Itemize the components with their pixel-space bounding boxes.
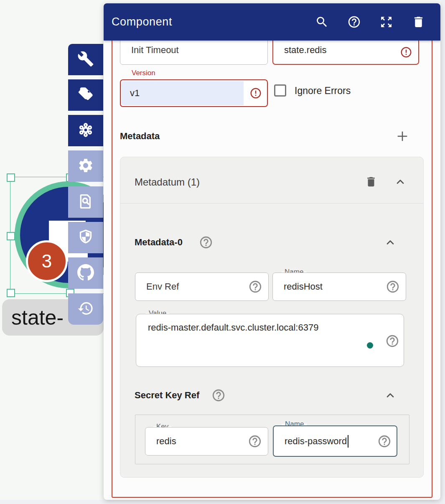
metadatum-title: Metadatum (1) <box>135 176 200 188</box>
panel-header: Component <box>104 3 440 41</box>
history-icon <box>77 300 94 318</box>
delete-metadatum-icon[interactable] <box>365 176 377 188</box>
resize-handle[interactable] <box>7 173 15 182</box>
hub-icon <box>77 122 94 140</box>
value-text: redis-master.default.svc.cluster.local:6… <box>148 321 318 334</box>
type-field[interactable]: state.redis <box>272 41 419 65</box>
component-panel: Component Init Timeout state.redis Versi… <box>104 3 440 500</box>
help-icon[interactable] <box>248 280 262 294</box>
github-icon <box>77 264 94 283</box>
plus-icon[interactable] <box>395 129 409 143</box>
value-field[interactable]: redis-master.default.svc.cluster.local:6… <box>136 314 404 367</box>
collapse-metadatum-icon[interactable] <box>394 176 406 188</box>
help-icon[interactable] <box>385 334 399 348</box>
secret-name-value: redis-password <box>285 426 348 456</box>
secret-key-ref-box: Key redis Name redis-password <box>135 415 409 464</box>
help-icon[interactable] <box>386 280 400 294</box>
doc-search-icon <box>77 193 94 211</box>
page-background <box>440 0 445 504</box>
node-error-badge[interactable]: 3 <box>26 240 68 282</box>
panel-title: Component <box>112 15 172 28</box>
ignore-errors-checkbox[interactable] <box>274 84 286 97</box>
name-value: redisHost <box>284 273 323 300</box>
badge-count: 3 <box>42 251 52 272</box>
version-value: v1 <box>130 80 140 106</box>
env-ref-placeholder: Env Ref <box>146 273 179 300</box>
fullscreen-icon[interactable] <box>379 15 393 29</box>
metadatum-card-header[interactable]: Metadatum (1) <box>120 157 423 204</box>
wrench-icon <box>77 51 94 69</box>
toolbar-item-inspect[interactable] <box>68 186 103 218</box>
metadatum-card: Metadatum (1) Metadata-0 Env Ref Name re… <box>120 157 424 478</box>
resize-grip-dot[interactable] <box>367 342 373 349</box>
metadata-heading: Metadata <box>120 130 160 143</box>
toolbar-item-history[interactable] <box>68 293 103 325</box>
error-icon <box>249 87 262 99</box>
error-icon <box>400 46 412 59</box>
shield-icon <box>77 229 94 247</box>
toolbar-item-configure[interactable] <box>68 44 103 75</box>
init-timeout-field[interactable]: Init Timeout <box>120 41 268 65</box>
type-value: state.redis <box>284 41 327 64</box>
key-field[interactable]: redis <box>145 427 268 456</box>
env-ref-field[interactable]: Env Ref <box>135 272 269 301</box>
help-icon[interactable] <box>347 15 361 29</box>
tags-icon <box>77 86 94 104</box>
metadata0-heading: Metadata-0 <box>135 237 183 248</box>
name-field[interactable]: redisHost <box>272 272 406 301</box>
help-icon[interactable] <box>377 434 392 448</box>
trash-icon[interactable] <box>412 15 425 29</box>
secret-name-field[interactable]: redis-password <box>273 425 397 457</box>
resize-handle[interactable] <box>7 289 15 297</box>
ignore-errors-label: Ignore Errors <box>295 85 351 97</box>
resize-handle[interactable] <box>7 232 15 240</box>
help-icon[interactable] <box>248 434 262 448</box>
toolbar-item-security[interactable] <box>68 222 103 253</box>
autofill-highlight <box>122 81 244 105</box>
key-value: redis <box>156 428 176 455</box>
help-icon[interactable] <box>211 388 226 402</box>
toolbar-item-github[interactable] <box>68 257 103 289</box>
page-background <box>0 500 445 504</box>
text-cursor <box>348 435 348 448</box>
collapse-secret-icon[interactable] <box>384 389 396 401</box>
init-timeout-placeholder: Init Timeout <box>131 41 179 64</box>
search-icon[interactable] <box>315 15 329 29</box>
toolbar-item-tags[interactable] <box>68 79 103 111</box>
toolbar-item-hub[interactable] <box>68 115 103 146</box>
version-field[interactable]: v1 <box>120 79 268 107</box>
gear-icon <box>77 157 94 176</box>
help-icon[interactable] <box>199 235 213 249</box>
secret-key-ref-heading: Secret Key Ref <box>135 389 199 401</box>
app-screen: 3 state- Component <box>0 0 445 504</box>
panel-content: Init Timeout state.redis Version v1 Igno… <box>104 41 440 500</box>
version-label: Version <box>129 68 158 78</box>
toolbar-item-settings[interactable] <box>68 150 103 182</box>
collapse-metadata0-icon[interactable] <box>384 237 396 248</box>
